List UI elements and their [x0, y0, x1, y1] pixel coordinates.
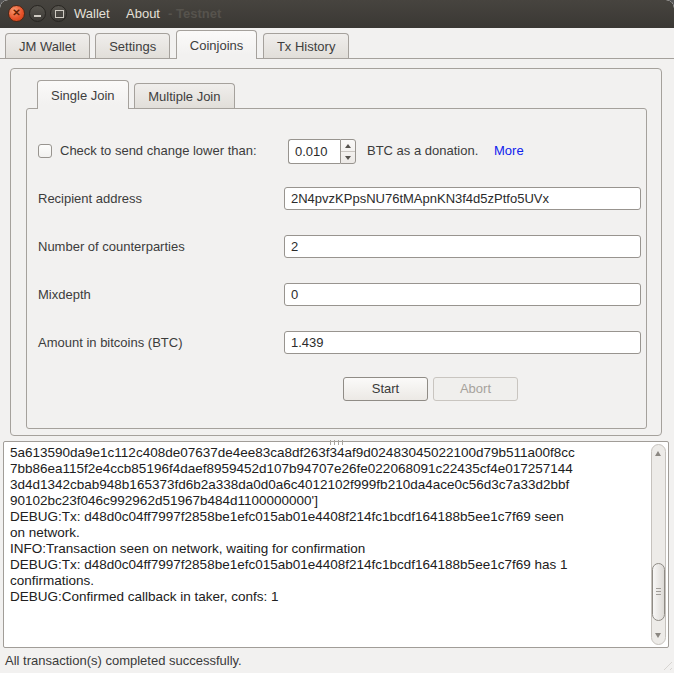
- log-line: 7bb86ea115f2e4ccb85196f4daef8959452d107b…: [10, 461, 648, 477]
- mixdepth-label: Mixdepth: [38, 287, 91, 302]
- main-tabbar: JM Wallet Settings Coinjoins Tx History: [4, 30, 350, 59]
- resize-grip[interactable]: [660, 658, 672, 670]
- mixdepth-row: Mixdepth: [37, 283, 638, 307]
- counterparties-label: Number of counterparties: [38, 239, 185, 254]
- donation-amount-spinner: [288, 139, 356, 164]
- tab-tx-history[interactable]: Tx History: [263, 33, 350, 58]
- status-text: All transaction(s) completed successfull…: [5, 653, 242, 668]
- scroll-down-icon[interactable]: [655, 633, 661, 638]
- start-button[interactable]: Start: [343, 377, 428, 401]
- amount-input[interactable]: [284, 331, 641, 354]
- amount-row: Amount in bitcoins (BTC): [37, 331, 638, 355]
- log-output[interactable]: 5a613590da9e1c112c408de07637de4ee83ca8df…: [3, 441, 669, 648]
- amount-label: Amount in bitcoins (BTC): [38, 335, 183, 350]
- tab-multiple-join[interactable]: Multiple Join: [134, 83, 234, 108]
- scroll-up-icon[interactable]: [655, 451, 661, 456]
- join-subtabbar: Single Join Multiple Join: [36, 80, 236, 109]
- log-line: DEBUG:Tx: d48d0c04ff7997f2858be1efc015ab…: [10, 557, 648, 573]
- log-line: on network.: [10, 525, 648, 541]
- spinner-arrows: [340, 139, 356, 164]
- counterparties-input[interactable]: [284, 235, 641, 258]
- spin-down-icon[interactable]: [341, 152, 355, 163]
- maximize-button[interactable]: [50, 5, 67, 22]
- log-line: INFO:Transaction seen on network, waitin…: [10, 541, 648, 557]
- recipient-address-row: Recipient address: [37, 187, 638, 211]
- log-line: DEBUG:Confirmed callback in taker, confs…: [10, 589, 648, 605]
- log-text: 5a613590da9e1c112c408de07637de4ee83ca8df…: [10, 445, 648, 645]
- log-line: 90102bc23f046c992962d51967b484d110000000…: [10, 493, 648, 509]
- menu-wallet[interactable]: Wallet: [68, 0, 116, 28]
- log-scrollbar[interactable]: [651, 444, 666, 645]
- titlebar: Wallet About - Testnet: [0, 0, 674, 28]
- joinmarket-window: Wallet About - Testnet JM Wallet Setting…: [0, 0, 674, 673]
- mixdepth-input[interactable]: [284, 283, 641, 306]
- log-line: 3d4d1342cbab948b165373fd6b2a338da0d0a6c4…: [10, 477, 648, 493]
- tab-settings[interactable]: Settings: [95, 33, 170, 58]
- single-join-pane: Check to send change lower than: BTC as …: [26, 108, 647, 429]
- donation-checkbox[interactable]: [38, 144, 52, 158]
- abort-button[interactable]: Abort: [433, 377, 518, 401]
- counterparties-row: Number of counterparties: [37, 235, 638, 259]
- coinjoins-frame: Single Join Multiple Join Check to send …: [10, 68, 662, 436]
- recipient-address-input[interactable]: [284, 187, 641, 210]
- scrollbar-thumb[interactable]: [652, 563, 665, 621]
- tab-coinjoins[interactable]: Coinjoins: [176, 30, 257, 59]
- spin-up-icon[interactable]: [341, 140, 355, 152]
- close-button[interactable]: [8, 5, 25, 22]
- log-line: DEBUG:Tx: d48d0c04ff7997f2858be1efc015ab…: [10, 509, 648, 525]
- menu-about[interactable]: About: [120, 0, 166, 28]
- recipient-address-label: Recipient address: [38, 191, 142, 206]
- donation-row: Check to send change lower than: BTC as …: [37, 139, 638, 165]
- log-line: confirmations.: [10, 573, 648, 589]
- tab-jm-wallet[interactable]: JM Wallet: [5, 33, 90, 58]
- more-link[interactable]: More: [494, 143, 524, 158]
- donation-amount-input[interactable]: [288, 139, 340, 164]
- donation-suffix-label: BTC as a donation.: [367, 143, 478, 158]
- log-line: 5a613590da9e1c112c408de07637de4ee83ca8df…: [10, 445, 648, 461]
- minimize-button[interactable]: [29, 5, 46, 22]
- window-title: - Testnet: [168, 0, 221, 28]
- tab-single-join[interactable]: Single Join: [37, 80, 129, 109]
- splitter-handle[interactable]: [330, 440, 343, 445]
- status-bar: All transaction(s) completed successfull…: [0, 649, 674, 673]
- donation-checkbox-label: Check to send change lower than:: [60, 143, 257, 158]
